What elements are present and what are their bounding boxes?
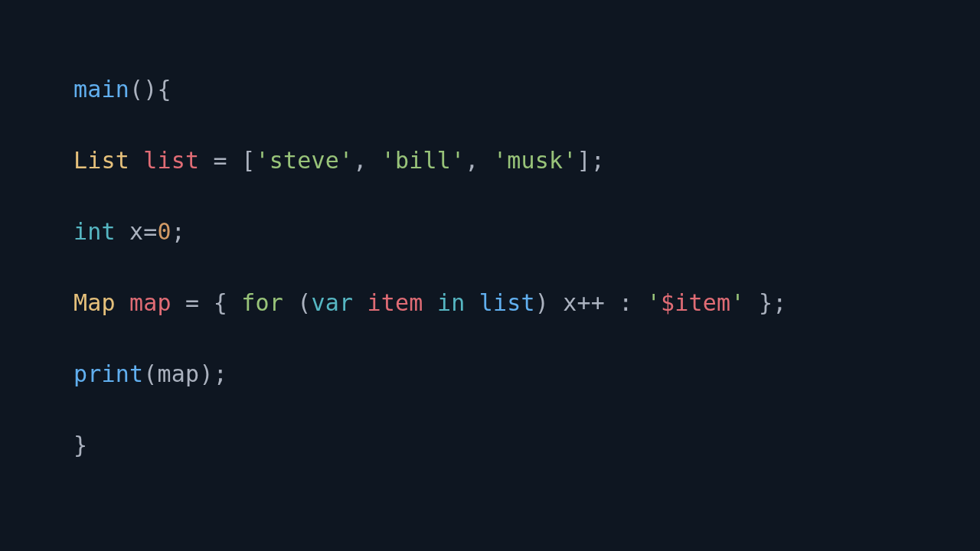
token-number-zero: 0 bbox=[158, 218, 172, 245]
token-kw-var: var bbox=[312, 289, 354, 316]
token-var-map-arg: map bbox=[158, 360, 200, 387]
token-paren-close-semi: ); bbox=[199, 360, 227, 387]
token-brace-close-semi: }; bbox=[745, 289, 787, 316]
code-line-3: int x=0; bbox=[74, 218, 185, 245]
code-line-4: Map map = { for (var item in list) x++ :… bbox=[74, 289, 786, 316]
token-kw-in: in bbox=[437, 289, 466, 316]
token-paren-open: ( bbox=[129, 76, 143, 103]
token-fn-print: print bbox=[74, 360, 143, 387]
token-interp-item: $item bbox=[661, 289, 730, 316]
token-paren-open: ( bbox=[283, 289, 312, 316]
token-string-musk: 'musk' bbox=[493, 147, 577, 174]
token-type-map: Map bbox=[74, 289, 116, 316]
token-bracket-close-semi: ]; bbox=[577, 147, 605, 174]
token-var-item: item bbox=[368, 289, 423, 316]
token-eq-bracket: = [ bbox=[199, 147, 255, 174]
token-main: main bbox=[74, 76, 129, 103]
token-comma: , bbox=[353, 147, 381, 174]
code-line-1: main(){ bbox=[74, 76, 172, 103]
token-string-quote: ' bbox=[730, 289, 744, 316]
token-var-map: map bbox=[129, 289, 172, 316]
token-string-quote: ' bbox=[647, 289, 661, 316]
token-kw-int: int bbox=[74, 218, 116, 245]
token-brace-open: { bbox=[158, 76, 172, 103]
token-type-list: List bbox=[74, 147, 129, 174]
token-string-bill: 'bill' bbox=[381, 147, 466, 174]
token-semi: ; bbox=[172, 218, 185, 245]
token-paren-open: ( bbox=[143, 360, 157, 387]
token-xeq: x= bbox=[116, 218, 158, 245]
token-space bbox=[423, 289, 437, 316]
token-comma: , bbox=[465, 147, 493, 174]
code-line-6: } bbox=[74, 432, 87, 458]
token-paren-close: ) bbox=[143, 76, 157, 103]
token-eq-brace: = { bbox=[172, 289, 241, 316]
token-paren-close-expr: ) x++ : bbox=[535, 289, 647, 316]
code-line-2: List list = ['steve', 'bill', 'musk']; bbox=[74, 147, 605, 174]
code-line-5: print(map); bbox=[74, 360, 227, 387]
token-space bbox=[353, 289, 367, 316]
token-brace-close: } bbox=[74, 432, 87, 458]
code-editor[interactable]: main(){ List list = ['steve', 'bill', 'm… bbox=[74, 72, 786, 464]
token-kw-for: for bbox=[241, 289, 283, 316]
token-var-list-ref: list bbox=[479, 289, 535, 316]
token-string-steve: 'steve' bbox=[255, 147, 353, 174]
token-var-list: list bbox=[143, 147, 199, 174]
token-space bbox=[465, 289, 479, 316]
